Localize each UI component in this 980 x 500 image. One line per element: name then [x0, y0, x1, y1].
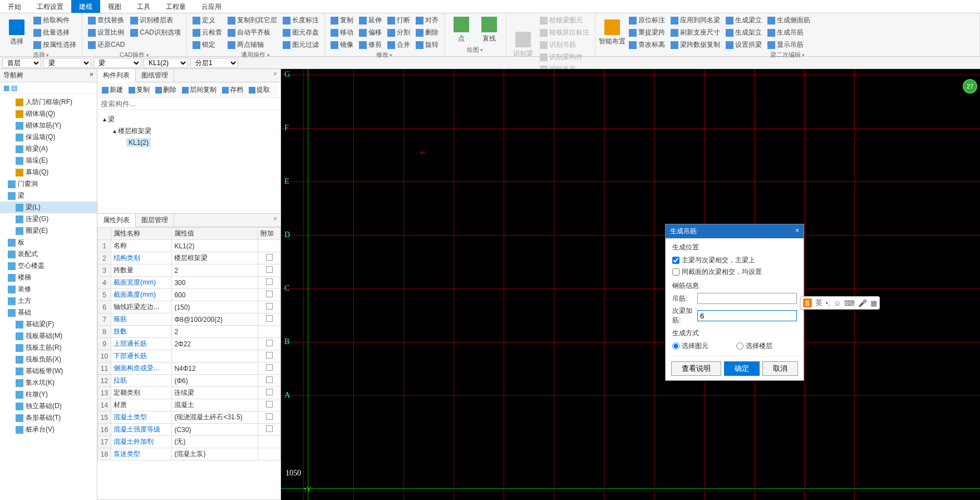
table-row[interactable]: 14材质混凝土 [98, 399, 280, 411]
ribbon-btn[interactable]: 设置拱梁 [723, 39, 764, 51]
toolbar-btn[interactable]: 存档 [220, 84, 245, 96]
identify-beam-button[interactable]: 识别梁 [510, 14, 536, 75]
menu-3[interactable]: 视图 [100, 0, 129, 13]
nav-item[interactable]: 保温墙(Q) [0, 131, 97, 143]
ribbon-btn[interactable]: 查改标高 [627, 39, 667, 51]
nav-item[interactable]: 连梁(G) [0, 213, 97, 225]
table-row[interactable]: 6轴线距梁左边...(150) [98, 301, 280, 313]
ribbon-btn[interactable]: 分割 [385, 27, 412, 38]
nav-item[interactable]: 墙垛(E) [0, 155, 97, 166]
nav-item[interactable]: 筏板基础(M) [0, 330, 97, 342]
ribbon-btn[interactable]: 旋转 [413, 39, 441, 51]
ribbon-btn[interactable]: 移动 [328, 27, 356, 38]
ribbon-btn[interactable]: 按属性选择 [31, 39, 78, 51]
nav-item[interactable]: 筏板主筋(R) [0, 342, 97, 354]
stirrup-input[interactable] [697, 293, 797, 304]
select-button[interactable]: 选择 [3, 14, 30, 51]
nav-item[interactable]: 独立基础(D) [0, 400, 97, 412]
nav-item[interactable]: 梁(L) [0, 202, 97, 213]
table-row[interactable]: 12拉筋(Φ6) [98, 375, 280, 387]
nav-item[interactable]: 门窗洞 [0, 178, 97, 190]
ribbon-btn[interactable]: 两点辅轴 [225, 39, 279, 51]
ime-menu-icon[interactable]: ▦ [870, 299, 877, 307]
table-row[interactable]: 9上部通长筋2Φ22 [98, 338, 280, 350]
nav-item[interactable]: 圈梁(E) [0, 225, 97, 237]
nav-item[interactable]: 暗梁(A) [0, 143, 97, 155]
layer-select[interactable]: 分层1 [190, 58, 238, 68]
toolbar-btn[interactable]: 层间复制 [180, 84, 219, 96]
ribbon-btn[interactable]: 识别楼层表 [128, 14, 183, 26]
ime-keyboard-icon[interactable]: ⌨ [844, 299, 855, 307]
menu-4[interactable]: 工具 [129, 0, 158, 13]
ribbon-btn[interactable]: 自动平齐板 [225, 27, 279, 38]
nav-item[interactable]: 梁 [0, 190, 97, 202]
ribbon-btn[interactable]: 查找替换 [86, 14, 127, 26]
ribbon-btn[interactable]: 应用到同名梁 [668, 14, 722, 26]
floor-select[interactable]: 首层 [2, 58, 41, 68]
ribbon-btn[interactable]: 图元存盘 [280, 27, 321, 38]
nav-item[interactable]: 砌体加筋(Y) [0, 120, 97, 131]
toolbar-btn[interactable]: 提取 [247, 84, 272, 96]
nav-item[interactable]: 筏板负筋(X) [0, 354, 97, 365]
menu-2[interactable]: 建模 [71, 0, 100, 13]
checkbox-same-section[interactable]: 同截面的次梁相交，均设置 [672, 266, 797, 278]
search-input[interactable] [97, 98, 280, 110]
tab-properties[interactable]: 属性列表 [97, 214, 136, 227]
sub-beam-input[interactable] [697, 310, 797, 321]
nav-item[interactable]: 装配式 [0, 248, 97, 260]
toolbar-btn[interactable]: 复制 [126, 84, 152, 96]
radio-select-element[interactable]: 选择图元 [672, 340, 708, 352]
ribbon-btn[interactable]: 删除 [413, 27, 441, 38]
toolbar-btn[interactable]: 新建 [100, 84, 125, 96]
nav-item[interactable]: 集水坑(K) [0, 377, 97, 389]
ribbon-btn[interactable]: 图元过滤 [280, 39, 321, 51]
tab-drawing-mgmt[interactable]: 图纸管理 [136, 69, 174, 82]
ribbon-btn[interactable]: 定义 [190, 14, 224, 26]
nav-item[interactable]: 幕墙(Q) [0, 166, 97, 178]
ribbon-btn[interactable]: 打断 [385, 14, 412, 26]
table-row[interactable]: 16混凝土强度等级(C30) [98, 424, 280, 436]
point-button[interactable]: 点 [448, 14, 475, 46]
menu-0[interactable]: 开始 [0, 0, 29, 13]
toolbar-btn[interactable]: 删除 [153, 84, 179, 96]
tab-layer-mgmt[interactable]: 图层管理 [136, 214, 174, 227]
ime-mic-icon[interactable]: 🎤 [858, 299, 867, 307]
tree-view-icon[interactable]: ▦ ▤ [3, 84, 17, 92]
ribbon-btn[interactable]: 生成架立 [723, 27, 764, 38]
ribbon-btn[interactable]: 云检查 [190, 27, 224, 38]
nav-item[interactable]: 基础梁(F) [0, 318, 97, 330]
ribbon-btn[interactable]: 对齐 [413, 14, 441, 26]
nav-item[interactable]: 土方 [0, 295, 97, 307]
nav-item[interactable]: 基础 [0, 307, 97, 318]
panel-close-icon[interactable]: × [90, 71, 93, 80]
table-row[interactable]: 18泵送类型(混凝土泵) [98, 448, 280, 460]
ribbon-btn[interactable]: 梁跨数据复制 [668, 39, 722, 51]
ribbon-btn[interactable]: 长度标注 [280, 14, 321, 26]
tree-leaf-selected[interactable]: KL1(2) [126, 138, 151, 147]
nav-item[interactable]: 楼梯 [0, 272, 97, 283]
table-row[interactable]: 11侧面构造或受...N4Φ12 [98, 362, 280, 375]
table-row[interactable]: 5截面高度(mm)600 [98, 289, 280, 301]
menu-5[interactable]: 工程量 [158, 0, 194, 13]
line-button[interactable]: 直线 [476, 14, 503, 46]
ribbon-btn[interactable]: 设置比例 [86, 27, 127, 38]
ribbon-btn[interactable]: 生成吊筋 [765, 27, 812, 38]
ribbon-btn[interactable]: 复制 [328, 14, 356, 26]
radio-select-floor[interactable]: 选择楼层 [736, 340, 772, 352]
nav-item[interactable]: 板 [0, 237, 97, 248]
table-row[interactable]: 10下部通长筋 [98, 350, 280, 362]
table-row[interactable]: 4截面宽度(mm)300 [98, 277, 280, 289]
nav-item[interactable]: 桩承台(V) [0, 424, 97, 435]
table-row[interactable]: 7箍筋Φ8@100/200(2) [98, 313, 280, 326]
ribbon-btn[interactable]: 刷新支座尺寸 [668, 27, 722, 38]
ribbon-btn[interactable]: 合并 [385, 39, 412, 51]
ribbon-btn[interactable]: 校核梁图元 [538, 14, 592, 26]
ribbon-btn[interactable]: 延伸 [357, 14, 384, 26]
smart-layout-button[interactable]: 智能布置 [599, 14, 626, 51]
nav-item[interactable]: 装修 [0, 283, 97, 295]
ribbon-btn[interactable]: 生成侧面筋 [765, 14, 812, 26]
tree-node[interactable]: 楼层框架梁 [118, 127, 151, 135]
ok-button[interactable]: 确定 [724, 361, 760, 376]
ribbon-btn[interactable]: 生成梁立 [723, 14, 764, 26]
ribbon-btn[interactable]: 还原CAD [86, 39, 127, 51]
